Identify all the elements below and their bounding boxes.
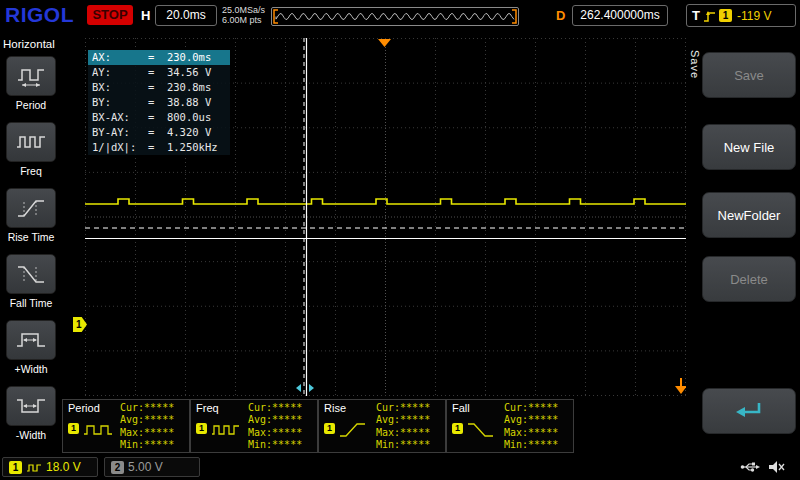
cursor-readout: AX:= 230.0ms AY:= 34.56 V BX:= 230.8ms B… — [88, 50, 230, 155]
memory-waveform-icon — [272, 8, 518, 25]
readout-row-bxax: BX-AX:= 800.0us — [88, 110, 230, 125]
trigger-level: -119 V — [737, 9, 771, 23]
top-bar: RIGOL STOP H 20.0ms 25.0MSa/s 6.00M pts … — [0, 0, 800, 32]
readout-row-by: BY:= 38.88 V — [88, 95, 230, 110]
channel2-scale: 5.00 V — [128, 460, 163, 474]
delay-label: D — [556, 8, 565, 23]
measurement-panel-rise[interactable]: Rise 1 Cur:***** Avg:***** Max:***** Min… — [318, 399, 446, 453]
back-button[interactable] — [702, 388, 796, 434]
channel-badge: 1 — [324, 423, 335, 434]
trigger-source-badge: 1 — [719, 9, 732, 22]
readout-row-bx: BX:= 230.8ms — [88, 80, 230, 95]
oscilloscope-screen: RIGOL STOP H 20.0ms 25.0MSa/s 6.00M pts … — [0, 0, 800, 480]
measurement-name: Freq — [196, 402, 219, 414]
measurement-bar: Period 1 Cur:***** Avg:***** Max:***** M… — [62, 399, 574, 453]
channel1-wave-icon — [26, 462, 42, 473]
freq-icon — [15, 129, 47, 155]
rise-wave-icon — [339, 422, 369, 438]
sample-rate: 25.0MSa/s — [222, 5, 265, 15]
display-area: AX:= 230.0ms AY:= 34.56 V BX:= 230.8ms B… — [85, 38, 686, 396]
period-wave-icon — [83, 422, 113, 438]
neg-width-icon-box — [6, 386, 56, 426]
readout-row-byay: BY-AY:= 4.320 V — [88, 125, 230, 140]
rise-time-icon — [15, 195, 47, 221]
fall-time-icon-box — [6, 254, 56, 294]
measure-menu-title: Horizontal — [3, 38, 55, 50]
channel2-status[interactable]: 2 5.00 V — [104, 457, 200, 477]
period-icon-box — [6, 56, 56, 96]
sidebar-item-fall-time[interactable]: Fall Time — [0, 254, 62, 309]
trigger-label: T — [692, 8, 700, 23]
measurement-name: Rise — [324, 402, 346, 414]
freq-icon-box — [6, 122, 56, 162]
delay-readout[interactable]: 262.400000ms — [572, 5, 668, 26]
sidebar-item-label: Period — [0, 99, 62, 111]
new-folder-button[interactable]: NewFolder — [702, 192, 796, 238]
channel1-status[interactable]: 1 18.0 V — [2, 457, 98, 477]
sidebar-item-label: Rise Time — [0, 231, 62, 243]
sidebar-item-pos-width[interactable]: +Width — [0, 320, 62, 375]
readout-row-ay: AY:= 34.56 V — [88, 65, 230, 80]
sidebar-item-label: Freq — [0, 165, 62, 177]
timebase-readout[interactable]: 20.0ms — [155, 5, 217, 26]
sidebar-item-label: -Width — [0, 429, 62, 441]
channel-badge: 1 — [452, 423, 463, 434]
channel2-badge: 2 — [111, 461, 124, 474]
sidebar-item-label: +Width — [0, 363, 62, 375]
channel1-badge: 1 — [9, 461, 22, 474]
pos-width-icon-box — [6, 320, 56, 360]
neg-width-icon — [15, 393, 47, 419]
measurement-panel-period[interactable]: Period 1 Cur:***** Avg:***** Max:***** M… — [62, 399, 190, 453]
return-icon — [734, 400, 764, 422]
memory-depth: 6.00M pts — [222, 15, 265, 25]
measurement-name: Fall — [452, 402, 470, 414]
acquisition-info: 25.0MSa/s 6.00M pts — [222, 5, 265, 25]
pos-width-icon — [15, 327, 47, 353]
freq-wave-icon — [211, 422, 241, 438]
measurement-values: Cur:***** Avg:***** Max:***** Min:***** — [120, 402, 174, 451]
sidebar-item-label: Fall Time — [0, 297, 62, 309]
save-button[interactable]: Save — [702, 52, 796, 98]
memory-position-bar[interactable] — [271, 7, 519, 26]
timebase-label: H — [141, 8, 150, 23]
measurement-panel-freq[interactable]: Freq 1 Cur:***** Avg:***** Max:***** Min… — [190, 399, 318, 453]
measurement-panel-fall[interactable]: Fall 1 Cur:***** Avg:***** Max:***** Min… — [446, 399, 574, 453]
measurement-name: Period — [68, 402, 100, 414]
measurement-values: Cur:***** Avg:***** Max:***** Min:***** — [248, 402, 302, 451]
readout-row-ax: AX:= 230.0ms — [88, 50, 230, 65]
fall-time-icon — [15, 261, 47, 287]
sidebar-item-rise-time[interactable]: Rise Time — [0, 188, 62, 243]
measurement-values: Cur:***** Avg:***** Max:***** Min:***** — [376, 402, 430, 451]
trigger-slope-icon — [703, 9, 716, 23]
rise-time-icon-box — [6, 188, 56, 228]
period-icon — [15, 63, 47, 89]
sidebar-item-freq[interactable]: Freq — [0, 122, 62, 177]
speaker-muted-icon[interactable] — [768, 459, 786, 475]
delete-button[interactable]: Delete — [702, 256, 796, 302]
fall-wave-icon — [467, 422, 497, 438]
channel1-scale: 18.0 V — [46, 460, 81, 474]
sidebar-item-period[interactable]: Period — [0, 56, 62, 111]
new-file-button[interactable]: New File — [702, 124, 796, 170]
measurement-values: Cur:***** Avg:***** Max:***** Min:***** — [504, 402, 558, 451]
run-state-badge[interactable]: STOP — [87, 5, 133, 25]
channel-badge: 1 — [68, 423, 79, 434]
menu-tab-save: Save — [689, 50, 701, 79]
measure-menu: Horizontal Period Freq — [0, 0, 62, 455]
sidebar-item-neg-width[interactable]: -Width — [0, 386, 62, 441]
readout-row-inv-dx: 1/|dX|:= 1.250kHz — [88, 140, 230, 155]
usb-icon — [740, 460, 760, 474]
channel-badge: 1 — [196, 423, 207, 434]
trigger-info[interactable]: T 1 -119 V — [686, 4, 796, 27]
